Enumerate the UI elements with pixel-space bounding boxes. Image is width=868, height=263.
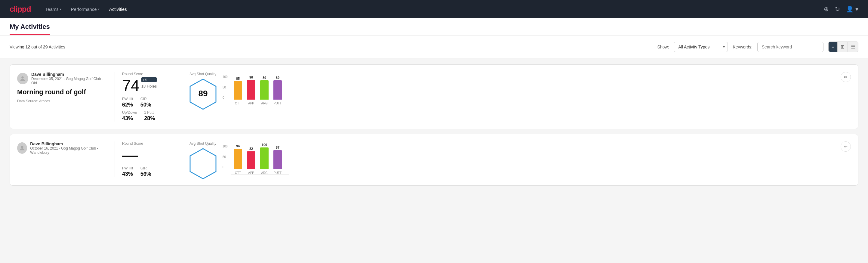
avg-shot-quality-label: Avg Shot Quality (189, 72, 217, 76)
bar-rect-putt (273, 150, 282, 169)
nav-activities[interactable]: Activities (109, 7, 127, 12)
card-stats: Round Score — FW Hit 43% GIR 56% (115, 141, 175, 177)
search-input[interactable] (757, 42, 824, 52)
hex-score: 89 (198, 89, 208, 98)
logo: clippd (10, 4, 31, 14)
viewing-suffix: Activities (49, 45, 65, 49)
up-down-stat: Up/Down 43% (122, 111, 137, 122)
keywords-label: Keywords: (733, 45, 752, 49)
round-score-container: — (122, 147, 167, 163)
user-info: Dave Billingham December 05, 2021 · Gog … (17, 72, 107, 85)
viewing-count: 12 (26, 45, 30, 49)
fw-hit-label: FW Hit (122, 166, 133, 170)
bars-container: 94 OTT 82 APP 106 ARG 87 PUTT (231, 145, 289, 175)
bar-group-arg: 106 ARG (260, 143, 269, 175)
fw-hit-val: 43% (122, 171, 133, 177)
activity-title: Morning round of golf (17, 88, 107, 96)
teams-chevron-icon: ▾ (60, 7, 61, 11)
bar-chart: 100 50 0 94 OTT 82 APP 106 (223, 145, 289, 175)
gir-val: 56% (141, 171, 151, 177)
page-header: My Activities (0, 18, 868, 35)
bar-label-ott: OTT (235, 102, 241, 105)
edit-button[interactable]: ✏ (841, 72, 851, 82)
view-toggle: ≡ ⊞ ☰ (828, 41, 858, 52)
bar-value-arg: 89 (262, 76, 266, 80)
chart-area: 100 50 0 94 OTT 82 APP 106 (223, 145, 289, 175)
edit-button[interactable]: ✏ (841, 141, 851, 152)
gir-label: GIR (141, 166, 151, 170)
page-title: My Activities (10, 23, 50, 35)
user-name: Dave Billingham (30, 141, 107, 146)
viewing-total: 29 (43, 45, 48, 49)
activities-list: Dave Billingham December 05, 2021 · Gog … (0, 58, 868, 197)
card-left: Dave Billingham October 16, 2021 · Gog M… (17, 141, 107, 158)
gir-label: GIR (141, 97, 151, 101)
y-label-100: 100 (223, 145, 228, 148)
fw-hit-val: 62% (122, 102, 133, 108)
activity-type-select-wrapper: All Activity Types ▾ (674, 42, 728, 52)
one-putt-stat: 1 Putt 28% (144, 111, 155, 122)
bar-label-putt: PUTT (274, 171, 281, 175)
bar-group-ott: 94 OTT (234, 144, 242, 175)
card-left: Dave Billingham December 05, 2021 · Gog … (17, 72, 107, 103)
bar-rect-ott (234, 81, 242, 99)
round-score-label: Round Score (122, 141, 167, 146)
navbar: clippd Teams ▾ Performance ▾ Activities … (0, 0, 868, 18)
bar-group-app: 90 APP (247, 76, 255, 105)
fw-hit-stat: FW Hit 43% (122, 166, 133, 177)
bar-label-app: APP (248, 171, 254, 175)
refresh-icon[interactable]: ↻ (835, 5, 840, 12)
holes-label: 18 Holes (142, 84, 157, 88)
hexagon-container: 89 (189, 79, 217, 109)
bar-value-ott: 94 (236, 144, 240, 148)
bar-label-arg: ARG (261, 102, 268, 105)
activity-card: Dave Billingham October 16, 2021 · Gog M… (10, 134, 858, 186)
list-detail-view-button[interactable]: ☰ (848, 42, 858, 52)
y-label-0: 0 (223, 96, 228, 99)
user-info: Dave Billingham October 16, 2021 · Gog M… (17, 141, 107, 155)
user-icon[interactable]: 👤 ▾ (846, 5, 858, 12)
user-date: October 16, 2021 · Gog Magog Golf Club -… (30, 146, 107, 155)
nav-performance[interactable]: Performance ▾ (71, 7, 99, 12)
avg-shot-quality-label: Avg Shot Quality (189, 141, 217, 146)
nav-teams[interactable]: Teams ▾ (45, 7, 61, 12)
stat-row-1: FW Hit 43% GIR 56% (122, 166, 167, 177)
svg-point-0 (22, 77, 24, 79)
add-icon[interactable]: ⊕ (824, 5, 829, 12)
card-quality: Avg Shot Quality 89 100 50 0 (182, 72, 296, 109)
bar-value-ott: 85 (236, 77, 240, 80)
bars-container: 85 OTT 90 APP 89 ARG 89 PUTT (231, 75, 289, 105)
bar-rect-arg (260, 147, 269, 169)
y-label-50: 50 (223, 155, 228, 158)
show-label: Show: (657, 45, 669, 49)
user-details: Dave Billingham October 16, 2021 · Gog M… (30, 141, 107, 155)
one-putt-label: 1 Putt (144, 111, 155, 115)
user-details: Dave Billingham December 05, 2021 · Gog … (31, 72, 107, 85)
bar-group-arg: 89 ARG (260, 76, 269, 105)
svg-point-2 (21, 146, 23, 148)
avatar (17, 142, 27, 154)
bar-value-app: 82 (249, 147, 253, 150)
bar-chart: 100 50 0 85 OTT 90 APP 89 (223, 75, 289, 105)
bar-value-app: 90 (249, 76, 253, 79)
y-label-100: 100 (223, 75, 228, 79)
gir-stat: GIR 50% (141, 97, 151, 108)
bar-value-putt: 87 (276, 146, 279, 149)
viewing-count-text: Viewing 12 out of 29 Activities (10, 45, 652, 49)
user-date: December 05, 2021 · Gog Magog Golf Club … (31, 77, 107, 85)
grid-view-button[interactable]: ⊞ (838, 42, 848, 52)
data-source: Data Source: Arccos (17, 99, 107, 103)
bar-value-arg: 106 (262, 143, 267, 147)
svg-marker-3 (190, 149, 216, 179)
list-compact-view-button[interactable]: ≡ (829, 42, 838, 52)
fw-hit-stat: FW Hit 62% (122, 97, 133, 108)
round-score-label: Round Score (122, 72, 167, 76)
activity-type-select[interactable]: All Activity Types (674, 42, 728, 52)
user-name: Dave Billingham (31, 72, 107, 77)
score-badge: +4 (142, 77, 157, 82)
bar-label-putt: PUTT (274, 102, 281, 105)
bar-group-ott: 85 OTT (234, 77, 242, 105)
y-label-0: 0 (223, 166, 228, 169)
bar-label-arg: ARG (261, 171, 268, 175)
bar-rect-ott (234, 149, 242, 169)
